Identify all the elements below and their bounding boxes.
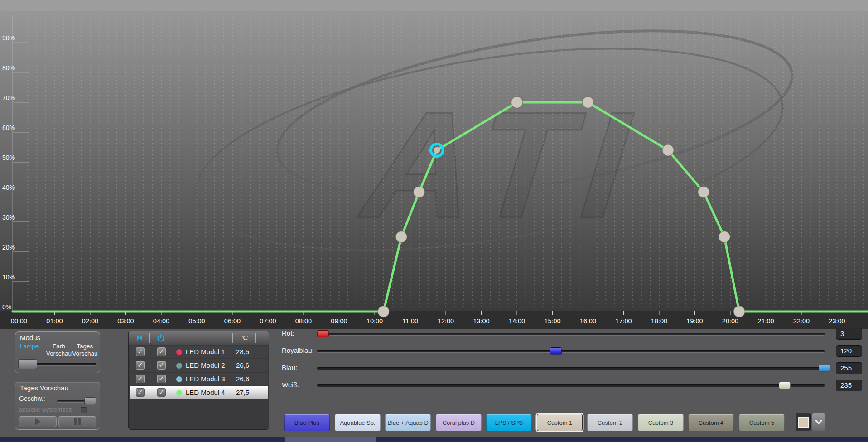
preset-button-blue-plus[interactable]: Blue Plus — [284, 414, 330, 431]
curve-point-selected-center — [434, 147, 440, 154]
blau-slider-label: Blau: — [282, 364, 297, 371]
modus-slider-handle[interactable] — [18, 359, 37, 369]
svg-text:20:00: 20:00 — [722, 317, 738, 325]
svg-text:12:00: 12:00 — [438, 317, 454, 325]
preset-button-custom-5[interactable]: Custom 5 — [739, 414, 785, 431]
module-power-checkbox[interactable]: ✓ — [157, 388, 166, 397]
module-visible-checkbox[interactable]: ✓ — [136, 347, 145, 356]
svg-text:10%: 10% — [2, 274, 15, 281]
module-color-dot — [176, 363, 182, 369]
svg-text:09:00: 09:00 — [331, 317, 347, 325]
module-power-checkbox[interactable]: ✓ — [157, 347, 166, 356]
system-time-checkbox[interactable] — [80, 407, 87, 413]
led-controller-app: { "chart_data": { "type": "line", "title… — [0, 0, 868, 442]
module-row[interactable]: ✓✓LED Modul 128,5 — [130, 346, 268, 358]
preset-button-aquablue-sp-[interactable]: Aquablue Sp. — [335, 414, 381, 431]
system-time-label: aktuelle Systemzeit — [19, 406, 72, 413]
royalblau-value-field[interactable]: 120 — [836, 345, 862, 357]
curve-point[interactable] — [378, 306, 389, 317]
module-temperature: 28,5 — [236, 348, 249, 356]
channels-link-icon[interactable] — [135, 333, 144, 342]
header-separator — [171, 333, 171, 343]
preset-button-lps-sps[interactable]: LPS / SPS — [486, 414, 532, 431]
svg-text:18:00: 18:00 — [651, 317, 667, 325]
led-module-list: °C ✓✓LED Modul 128,5✓✓LED Modul 226,6✓✓L… — [128, 331, 269, 430]
modus-option-farb-vorschau[interactable]: Farb Vorschau — [46, 343, 72, 357]
play-button[interactable] — [19, 416, 57, 427]
svg-text:90%: 90% — [2, 34, 15, 42]
swatch-dropdown-button[interactable] — [812, 413, 825, 431]
module-visible-checkbox[interactable]: ✓ — [136, 375, 145, 383]
preset-button-coral-plus-d[interactable]: Coral plus D — [436, 414, 482, 431]
svg-text:80%: 80% — [2, 64, 15, 72]
chevron-down-icon — [815, 419, 822, 425]
module-color-dot — [176, 376, 182, 382]
module-row[interactable]: ✓✓LED Modul 226,6 — [130, 359, 268, 372]
preset-button-custom-1[interactable]: Custom 1 — [537, 414, 583, 431]
curve-point[interactable] — [662, 144, 674, 156]
window-top-strip — [0, 0, 868, 11]
svg-text:50%: 50% — [2, 154, 15, 161]
svg-text:06:00: 06:00 — [224, 317, 241, 325]
rot-slider-track[interactable] — [317, 333, 825, 335]
watermark-text: ATI — [352, 80, 649, 250]
preset-button-blue-aquab-d[interactable]: Blue + Aquab D — [385, 414, 431, 431]
rot-value-field[interactable]: 3 — [836, 328, 862, 340]
preset-button-custom-4[interactable]: Custom 4 — [688, 414, 734, 431]
svg-text:02:00: 02:00 — [82, 317, 98, 325]
pause-button[interactable] — [58, 416, 96, 427]
temperature-column-header: °C — [233, 334, 256, 341]
svg-text:20%: 20% — [2, 244, 15, 251]
tages-panel-title: Tages Vorschau — [20, 384, 68, 392]
curve-point[interactable] — [511, 97, 523, 108]
blau-slider-track[interactable] — [317, 367, 825, 370]
svg-text:00:00: 00:00 — [11, 317, 27, 325]
modus-options: Lampe Farb Vorschau Tages Vorschau — [18, 343, 98, 357]
blau-slider-handle[interactable] — [819, 365, 830, 372]
svg-text:14:00: 14:00 — [509, 317, 525, 325]
svg-text:11:00: 11:00 — [402, 317, 418, 325]
taskbar[interactable] — [0, 437, 868, 442]
module-row[interactable]: ✓✓LED Modul 326,6 — [130, 373, 268, 385]
module-row[interactable]: ✓✓LED Modul 427,5 — [130, 386, 268, 399]
color-swatch-button[interactable] — [796, 413, 811, 431]
curve-point[interactable] — [733, 306, 745, 317]
svg-text:70%: 70% — [2, 94, 15, 101]
color-swatch-chip — [798, 417, 809, 428]
module-name: LED Modul 2 — [186, 361, 225, 369]
curve-point[interactable] — [698, 187, 709, 198]
svg-text:01:00: 01:00 — [46, 317, 63, 325]
module-visible-checkbox[interactable]: ✓ — [136, 388, 145, 397]
modus-option-lampe[interactable]: Lampe — [18, 343, 46, 357]
curve-point[interactable] — [395, 231, 407, 243]
header-separator — [149, 333, 150, 343]
preset-button-custom-3[interactable]: Custom 3 — [638, 414, 684, 431]
preset-button-custom-2[interactable]: Custom 2 — [587, 414, 633, 431]
royalblau-slider-handle[interactable] — [550, 347, 562, 355]
weiss-value-field[interactable]: 235 — [836, 380, 862, 391]
module-visible-checkbox[interactable]: ✓ — [136, 361, 145, 370]
modus-panel: Modus Lampe Farb Vorschau Tages Vorschau — [15, 332, 100, 373]
curve-point[interactable] — [414, 187, 425, 198]
play-icon — [35, 418, 41, 425]
svg-text:21:00: 21:00 — [757, 317, 774, 325]
blau-value-field[interactable]: 255 — [836, 362, 862, 374]
module-list-header: °C — [129, 331, 269, 345]
taskbar-segment[interactable] — [285, 437, 376, 442]
modus-panel-title: Modus — [20, 334, 40, 341]
intensity-schedule-chart[interactable]: ATI 0%10%20%30%40%50%60%70%80%90% 00:000… — [0, 11, 868, 329]
svg-text:04:00: 04:00 — [153, 317, 169, 325]
royalblau-slider-track[interactable] — [317, 350, 825, 352]
speed-slider-handle[interactable] — [84, 397, 96, 405]
module-power-checkbox[interactable]: ✓ — [157, 375, 166, 383]
module-power-checkbox[interactable]: ✓ — [157, 361, 166, 370]
rot-slider-handle[interactable] — [317, 330, 329, 337]
weiss-slider-track[interactable] — [317, 384, 825, 387]
curve-point[interactable] — [583, 97, 594, 108]
power-icon[interactable] — [156, 333, 165, 342]
svg-text:13:00: 13:00 — [473, 317, 489, 325]
weiss-slider-handle[interactable] — [779, 382, 791, 389]
module-color-dot — [176, 349, 182, 355]
curve-point[interactable] — [719, 231, 730, 243]
modus-option-tages-vorschau[interactable]: Tages Vorschau — [72, 343, 98, 357]
